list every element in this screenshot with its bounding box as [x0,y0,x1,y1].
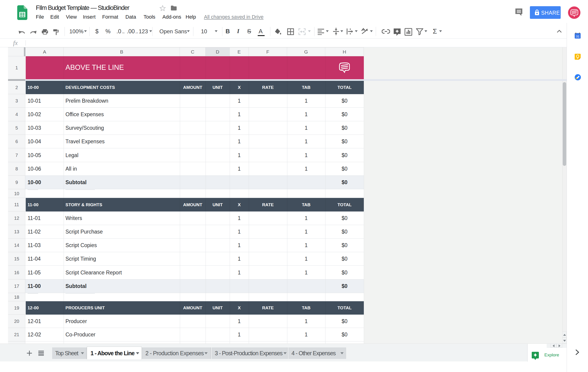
svg-text:31: 31 [576,35,579,38]
